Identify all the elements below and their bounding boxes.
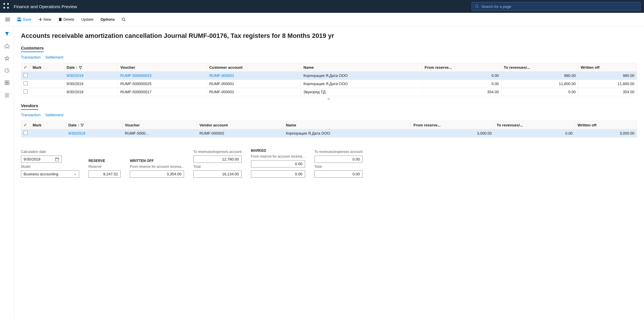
vendors-row-date: 9/30/2019	[66, 129, 122, 138]
vendors-table-row[interactable]: 9/30/2019 RUMF-5000... RUMF-000002 Корпо…	[21, 129, 637, 138]
to-revenues-group: To revenues/expenses account 12,780.00 T…	[193, 144, 241, 178]
customers-table-row[interactable]: 9/30/2019 RUMF-500000017 RUMF-000002 Зву…	[21, 88, 637, 96]
vendors-row-check[interactable]	[21, 129, 30, 138]
customers-row-written-off: 354.00	[578, 88, 637, 96]
customers-row-voucher[interactable]: RUMF-500000023	[118, 72, 207, 80]
customers-tab-settlement[interactable]: Settlement	[45, 55, 63, 60]
customers-table-row[interactable]: 9/30/2019 RUMF-500000025 RUMF-000001 Кор…	[21, 80, 637, 88]
checkbox[interactable]	[24, 81, 28, 85]
marked-total-input[interactable]: 0.00	[314, 170, 362, 178]
vendors-table: ✓ Mark Date ↑ ▽ Voucher Vendor account N…	[21, 121, 637, 138]
nav-filter-icon[interactable]	[2, 29, 12, 39]
marked-to-revenues-group: To revenues/expenses account 0.00 Total …	[314, 144, 362, 178]
vendors-check-all-icon[interactable]: ✓	[24, 123, 27, 127]
svg-rect-6	[18, 18, 20, 19]
to-revenues-label: To revenues/expenses account	[193, 150, 241, 154]
customers-row-date: 9/30/2019	[64, 72, 118, 80]
svg-marker-17	[5, 32, 9, 36]
nav-recent-icon[interactable]	[2, 65, 12, 76]
customers-th-to-revenues: To revenues/...	[501, 63, 578, 72]
customers-row-check[interactable]	[21, 80, 30, 88]
customers-tab-transaction[interactable]: Transaction	[21, 55, 40, 60]
calc-date-label: Calculation date	[21, 150, 79, 154]
customers-th-date[interactable]: Date ↑ ▽	[64, 63, 118, 72]
calc-date-input[interactable]: 9/30/2019	[21, 156, 62, 163]
marked-to-revenues-label: To revenues/expenses account	[314, 150, 362, 154]
options-button[interactable]: Options	[98, 16, 118, 23]
customers-section: Customers Transaction Settlement ✓ Mark …	[21, 45, 637, 96]
svg-rect-30	[55, 158, 59, 161]
vendors-row-account[interactable]: RUMF-000002	[197, 129, 283, 138]
customers-th-voucher: Voucher	[118, 63, 207, 72]
reserve-input[interactable]: 8,247.52	[89, 170, 121, 178]
customers-row-check[interactable]	[21, 72, 30, 80]
customers-row-to-revenues: 11,800.00	[501, 80, 578, 88]
checkbox[interactable]	[24, 73, 28, 77]
marked-title: MARKED	[251, 149, 305, 153]
update-button[interactable]: Update	[78, 16, 96, 23]
svg-rect-3	[5, 19, 10, 20]
model-select[interactable]: Business accounting	[21, 170, 79, 178]
customers-th-written-off: Written off	[578, 63, 637, 72]
svg-rect-25	[7, 83, 9, 85]
save-button[interactable]: Save	[14, 16, 34, 23]
svg-marker-18	[5, 56, 9, 60]
nav-home-icon[interactable]	[2, 41, 12, 51]
customers-row-account[interactable]: RUMF-000001	[207, 80, 301, 88]
filter-search-button[interactable]	[119, 16, 129, 23]
checkbox[interactable]	[24, 89, 28, 94]
reserve-title: RESERVE	[89, 159, 121, 163]
customers-row-date: 9/30/2019	[64, 80, 118, 88]
marked-from-reserve-input[interactable]: 0.00	[251, 160, 305, 168]
search-icon	[475, 4, 479, 8]
nav-workspace-icon[interactable]	[2, 77, 12, 88]
customers-row-voucher[interactable]: RUMF-500000017	[118, 88, 207, 96]
customers-row-account[interactable]: RUMF-000002	[207, 88, 301, 96]
svg-rect-22	[5, 81, 7, 82]
reserve-label: Reserve	[89, 165, 121, 169]
svg-rect-4	[5, 21, 10, 21]
filter-search-icon	[122, 17, 126, 22]
marked-inner-input[interactable]: 0.00	[251, 170, 305, 178]
customers-row-check[interactable]	[21, 88, 30, 96]
to-revenues-input[interactable]: 12,780.00	[193, 156, 241, 163]
written-off-group: WRITTEN OFF From reserve for account rec…	[130, 159, 184, 178]
customers-table: ✓ Mark Date ↑ ▽ Voucher Customer account…	[21, 63, 637, 96]
calendar-icon	[55, 157, 59, 161]
nav-list-icon[interactable]	[2, 90, 12, 100]
left-nav	[0, 26, 14, 319]
svg-rect-13	[61, 19, 61, 21]
customers-row-voucher[interactable]: RUMF-500000025	[118, 80, 207, 88]
customers-row-date: 9/30/2019	[64, 88, 118, 96]
delete-button[interactable]: Delete	[55, 16, 77, 23]
nav-favorites-icon[interactable]	[2, 53, 12, 64]
written-off-from-reserve-input[interactable]: 3,354.00	[130, 170, 184, 178]
vendors-th-written-off: Written off	[575, 121, 637, 129]
vendors-tab-transaction[interactable]: Transaction	[21, 113, 40, 118]
checkbox[interactable]	[24, 131, 28, 135]
app-title: Finance and Operations Preview	[14, 4, 468, 9]
customers-row-written-off: 980.00	[578, 72, 637, 80]
check-all-icon[interactable]: ✓	[24, 65, 27, 70]
vendors-row-voucher[interactable]: RUMF-5000...	[123, 129, 197, 138]
customers-table-header: ✓ Mark Date ↑ ▽ Voucher Customer account…	[21, 63, 637, 72]
delete-icon	[58, 17, 62, 22]
app-grid-icon[interactable]	[3, 3, 10, 10]
total-input[interactable]: 16,134.00	[193, 170, 241, 178]
vendors-row-from-reserve: 3,000.00	[411, 129, 494, 138]
vendors-section-title: Vendors	[21, 103, 38, 110]
customers-row-from-reserve: 0.00	[422, 72, 501, 80]
customers-row-account[interactable]: RUMF-000001	[207, 72, 301, 80]
svg-rect-24	[5, 83, 7, 85]
marked-to-revenues-input[interactable]: 0.00	[314, 156, 362, 163]
search-bar[interactable]: Search for a page	[472, 2, 641, 11]
hamburger-button[interactable]	[2, 16, 13, 23]
customers-row-mark	[30, 88, 64, 96]
new-button[interactable]: New	[36, 16, 54, 23]
vendors-th-date[interactable]: Date ↑ ▽	[66, 121, 122, 129]
vendors-tab-settlement[interactable]: Settlement	[45, 113, 63, 118]
customers-table-row[interactable]: 9/30/2019 RUMF-500000023 RUMF-000001 Кор…	[21, 72, 637, 80]
search-placeholder: Search for a page	[481, 4, 511, 9]
vendors-th-voucher: Voucher	[123, 121, 197, 129]
svg-line-21	[7, 71, 8, 71]
